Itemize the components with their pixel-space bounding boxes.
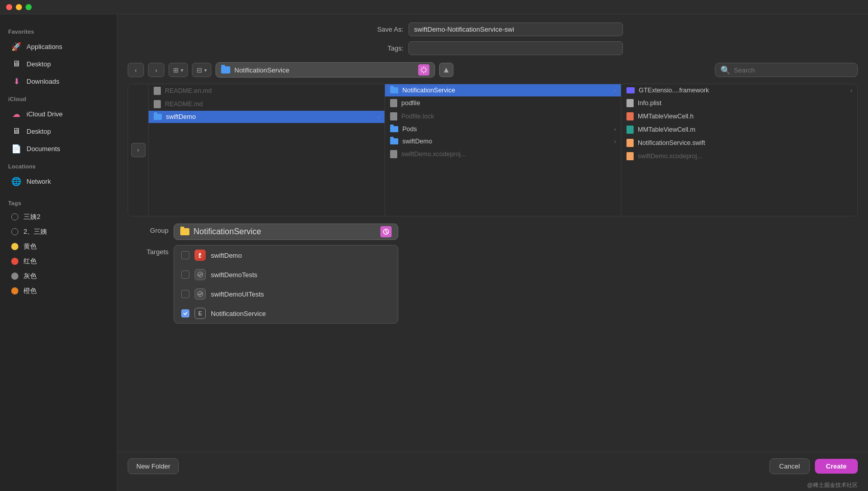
sidebar-item-applications[interactable]: 🚀 Applications [3,38,114,55]
tag-label-4: 红色 [23,257,37,266]
sidebar-item-icloud-desktop[interactable]: 🖥 Desktop [3,123,114,139]
list-item[interactable]: README.md [149,97,384,111]
close-button[interactable] [6,4,12,10]
doc-icon [154,100,161,108]
chevron-icon: › [614,139,616,144]
m-icon [626,126,634,134]
target-item-swiftdemo[interactable]: swiftDemo [174,245,398,265]
doc-icon [390,112,397,120]
target-label: NotificationService [211,310,266,317]
plist-icon [626,99,634,107]
tags-label: Tags: [363,44,403,52]
maximize-button[interactable] [26,4,32,10]
tags-row: Tags: [128,41,858,55]
file-name: swiftDemo [166,113,196,120]
target-checkbox-notificationservice[interactable] [181,309,189,317]
file-column-3: GTExtensio....framework › Info.plist MMT… [621,84,857,216]
swift-icon [626,152,634,160]
file-name: swiftDemo.xcodeproj... [638,153,702,160]
tag-dot-red [11,258,18,265]
tag-item-2[interactable]: 2、三姨 [3,225,114,239]
list-item[interactable]: podfile [385,96,621,110]
grid-dropdown-arrow: ▾ [204,67,207,73]
list-item[interactable]: Pods › [385,123,621,135]
tag-dot-orange [11,287,18,294]
swiftdemouitests-icon [195,288,206,300]
chevron-icon: › [378,114,379,120]
group-dropdown[interactable]: NotificationService [174,224,398,240]
grid-view-button[interactable]: ⊟ ▾ [192,63,211,77]
target-label: swiftDemoTests [211,271,257,279]
minimize-button[interactable] [16,4,22,10]
list-item[interactable]: swiftDemo.xcodeproj... [621,150,857,163]
list-item[interactable]: NotificationService.swift [621,136,857,150]
tag-item-5[interactable]: 灰色 [3,269,114,283]
list-item[interactable]: swiftDemo › [149,111,384,123]
target-item-notificationservice[interactable]: E NotificationService [174,304,398,323]
target-checkbox-swiftdemouitests[interactable] [181,290,189,298]
list-item[interactable]: GTExtensio....framework › [621,84,857,96]
tag-empty-circle-2 [11,228,18,235]
list-item[interactable]: MMTableViewCell.h [621,110,857,123]
list-item[interactable]: README.en.md [149,84,384,97]
sidebar-item-label: Downloads [27,78,59,85]
network-icon: 🌐 [11,176,21,186]
folder-icon [390,126,398,132]
dialog: Favorites 🚀 Applications 🖥 Desktop ⬇ Dow… [0,14,868,491]
tag-item-1[interactable]: 三姨2 [3,210,114,224]
save-as-input[interactable] [408,22,623,36]
tag-label-6: 橙色 [23,286,37,296]
tag-item-4[interactable]: 红色 [3,254,114,268]
search-box: 🔍 [715,63,858,77]
file-name: NotificationService [402,87,455,94]
scroll-arrow-button[interactable]: › [131,143,146,157]
forward-button[interactable]: › [148,63,164,77]
search-input[interactable] [734,66,852,74]
target-item-swiftdemotests[interactable]: swiftDemoTests [174,265,398,284]
sidebar-item-icloud-documents[interactable]: 📄 Documents [3,140,114,157]
target-checkbox-swiftdemotests[interactable] [181,271,189,279]
titlebar [0,0,868,14]
targets-row: Targets swiftDemo [128,245,858,324]
back-button[interactable]: ‹ [128,63,144,77]
new-folder-button[interactable]: New Folder [128,458,179,474]
target-item-swiftdemouitests[interactable]: swiftDemoUITests [174,284,398,304]
list-item[interactable]: swiftDemo › [385,135,621,148]
tag-label-3: 黄色 [23,242,37,251]
tags-input[interactable] [408,41,623,55]
sidebar-item-downloads[interactable]: ⬇ Downloads [3,73,114,89]
list-item[interactable]: Podfile.lock [385,110,621,123]
list-item[interactable]: Info.plist [621,96,857,110]
list-item[interactable]: MMTableViewCell.m [621,123,857,136]
file-name: GTExtensio....framework [639,87,709,94]
applications-icon: 🚀 [11,41,21,52]
grid-view-icon: ⊟ [197,66,202,74]
location-spinner-icon [418,64,429,76]
location-dropdown[interactable]: NotificationService [215,62,435,78]
file-name: MMTableViewCell.m [638,126,695,133]
expand-button[interactable]: ▲ [439,63,453,77]
list-item[interactable]: swiftDemo.xcodeproj... [385,148,621,161]
folder-icon [221,66,230,73]
sidebar-item-label: Documents [27,145,60,153]
file-name: Podfile.lock [401,113,434,120]
sidebar-item-network[interactable]: 🌐 Network [3,173,114,189]
sidebar-item-icloud-drive[interactable]: ☁ iCloud Drive [3,106,114,122]
column-view-button[interactable]: ⊞ ▾ [168,63,188,77]
target-checkbox-swiftdemo[interactable] [181,251,189,259]
folder-icon [154,114,162,120]
group-value: NotificationService [194,227,261,236]
sidebar-item-label: Desktop [27,128,51,135]
tag-item-6[interactable]: 橙色 [3,284,114,298]
sidebar-item-label: Desktop [27,60,51,68]
group-targets-section: Group NotificationService [128,224,858,324]
group-folder-icon [180,228,189,235]
icloud-icon: ☁ [11,109,21,119]
create-button[interactable]: Create [815,459,858,474]
file-name: README.en.md [165,87,212,94]
swiftdemo-app-icon [195,250,206,261]
sidebar-item-desktop[interactable]: 🖥 Desktop [3,56,114,72]
cancel-button[interactable]: Cancel [769,458,809,474]
tag-item-3[interactable]: 黄色 [3,239,114,254]
list-item[interactable]: NotificationService › [385,84,621,96]
